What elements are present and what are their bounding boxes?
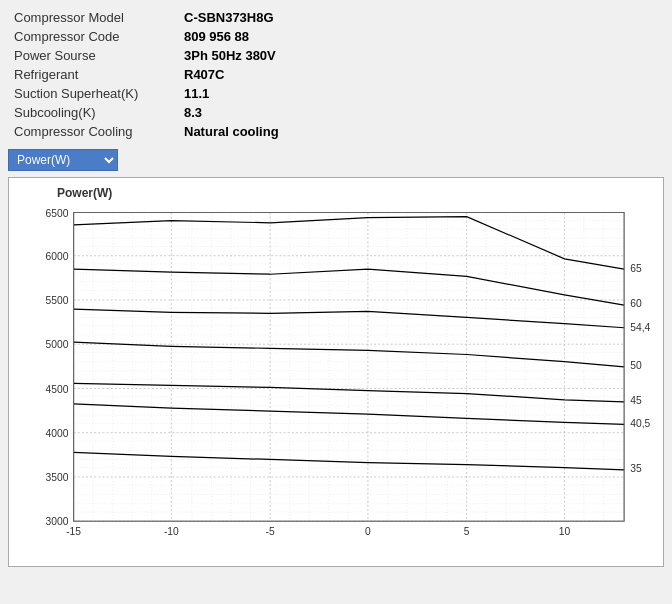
subcooling-label: Subcooling(K) — [8, 103, 178, 122]
svg-text:45: 45 — [630, 395, 642, 406]
row-suction: Suction Superheat(K) 11.1 — [8, 84, 664, 103]
row-refrigerant: Refrigerant R407C — [8, 65, 664, 84]
suction-label: Suction Superheat(K) — [8, 84, 178, 103]
info-table: Compressor Model C-SBN373H8G Compressor … — [8, 8, 664, 141]
row-power-source: Power Sourse 3Ph 50Hz 380V — [8, 46, 664, 65]
chart-area: 6500 6000 5500 5000 4500 4000 3500 — [17, 202, 655, 542]
dropdown-row: Power(W) Capacity(W) EER Current(A) — [8, 149, 664, 171]
chart-y-label: Power(W) — [17, 186, 655, 200]
svg-text:6500: 6500 — [46, 208, 69, 219]
power-source-label: Power Sourse — [8, 46, 178, 65]
svg-text:3500: 3500 — [46, 472, 69, 483]
svg-text:4500: 4500 — [46, 384, 69, 395]
suction-value: 11.1 — [178, 84, 664, 103]
svg-text:5: 5 — [464, 526, 470, 537]
svg-rect-0 — [74, 213, 625, 522]
svg-text:5000: 5000 — [46, 339, 69, 350]
refrigerant-value: R407C — [178, 65, 664, 84]
row-compressor-model: Compressor Model C-SBN373H8G — [8, 8, 664, 27]
svg-text:50: 50 — [630, 360, 642, 371]
cooling-value: Natural cooling — [178, 122, 664, 141]
cooling-label: Compressor Cooling — [8, 122, 178, 141]
svg-text:5500: 5500 — [46, 295, 69, 306]
power-source-value: 3Ph 50Hz 380V — [178, 46, 664, 65]
outer-container: Compressor Model C-SBN373H8G Compressor … — [0, 0, 672, 604]
compressor-model-value: C-SBN373H8G — [178, 8, 664, 27]
svg-text:-5: -5 — [266, 526, 275, 537]
refrigerant-label: Refrigerant — [8, 65, 178, 84]
svg-text:-10: -10 — [164, 526, 179, 537]
chart-container: Power(W) 6500 6000 5500 — [8, 177, 664, 567]
svg-text:40,5: 40,5 — [630, 418, 650, 429]
row-cooling: Compressor Cooling Natural cooling — [8, 122, 664, 141]
svg-text:6000: 6000 — [46, 251, 69, 262]
svg-text:Evap.Temp(C): Evap.Temp(C) — [312, 540, 384, 542]
compressor-code-label: Compressor Code — [8, 27, 178, 46]
svg-text:65: 65 — [630, 263, 642, 274]
compressor-code-value: 809 956 88 — [178, 27, 664, 46]
svg-text:54,4: 54,4 — [630, 322, 650, 333]
subcooling-value: 8.3 — [178, 103, 664, 122]
svg-text:10: 10 — [559, 526, 571, 537]
row-subcooling: Subcooling(K) 8.3 — [8, 103, 664, 122]
row-compressor-code: Compressor Code 809 956 88 — [8, 27, 664, 46]
compressor-model-label: Compressor Model — [8, 8, 178, 27]
main-chart-svg: 6500 6000 5500 5000 4500 4000 3500 — [17, 202, 655, 542]
svg-text:4000: 4000 — [46, 428, 69, 439]
chart-type-dropdown[interactable]: Power(W) Capacity(W) EER Current(A) — [8, 149, 118, 171]
svg-text:60: 60 — [630, 298, 642, 309]
svg-text:35: 35 — [630, 463, 642, 474]
svg-text:-15: -15 — [66, 526, 81, 537]
svg-text:0: 0 — [365, 526, 371, 537]
